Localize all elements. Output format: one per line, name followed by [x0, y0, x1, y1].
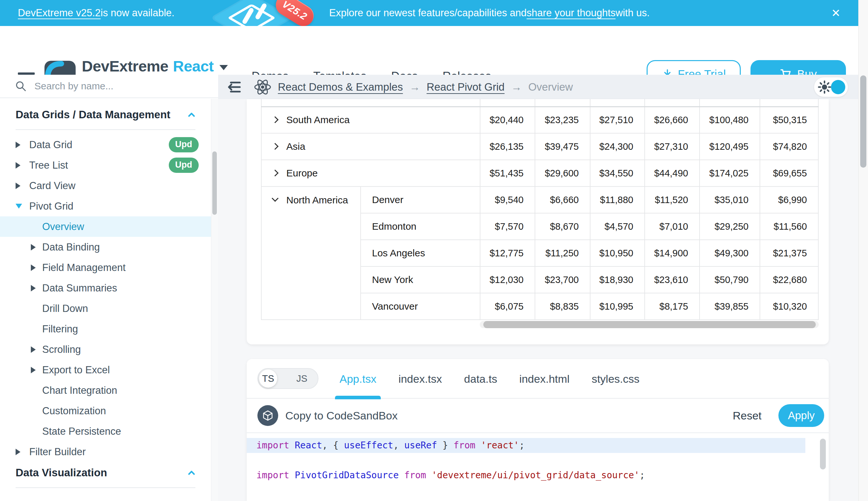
banner-announcement: DevExtreme v25.2 is now available. — [18, 0, 174, 26]
apply-button[interactable]: Apply — [778, 404, 824, 427]
codesandbox-icon[interactable] — [257, 405, 278, 426]
pivot-value-cell: $100,480 — [700, 107, 760, 133]
code-line: import React, { useEffect, useRef } from… — [247, 438, 805, 453]
sidebar-item-filtering[interactable]: Filtering — [0, 319, 211, 339]
chevron-right-icon[interactable] — [272, 116, 278, 123]
chevron-right-icon[interactable] — [272, 143, 278, 150]
code-token — [426, 470, 432, 481]
pivot-row-header-edmonton[interactable]: Edmonton — [361, 213, 480, 240]
tab-index-tsx[interactable]: index.tsx — [398, 359, 442, 399]
sidebar-item-card-view[interactable]: Card View — [0, 175, 211, 196]
sidebar-item-data-grid[interactable]: Data GridUpd — [0, 135, 211, 155]
code-tabs-row: TS JS App.tsxindex.tsxdata.tsindex.htmls… — [247, 359, 829, 399]
breadcrumb-link-pivot-grid[interactable]: React Pivot Grid — [427, 81, 504, 93]
pivot-value-cell: $69,655 — [760, 160, 818, 186]
chevron-right-icon[interactable] — [272, 170, 278, 177]
sidebar-item-drill-down[interactable]: Drill Down — [0, 298, 211, 319]
chevron-down-icon[interactable] — [272, 195, 278, 202]
sidebar-item-tree-list[interactable]: Tree ListUpd — [0, 155, 211, 175]
brand-name: DevExtreme — [82, 57, 168, 75]
sidebar-item-overview[interactable]: Overview — [0, 216, 211, 237]
pivot-value-cell: $7,010 — [645, 213, 700, 240]
pivot-value-cell: $10,320 — [760, 293, 818, 320]
pivot-row-header-new-york[interactable]: New York — [361, 266, 480, 293]
pivot-value-cell: $23,235 — [535, 107, 590, 133]
sidebar-item-label: Scrolling — [42, 344, 81, 355]
pivot-value-cell: $120,495 — [700, 133, 760, 160]
sidebar-item-customization[interactable]: Customization — [0, 401, 211, 421]
code-line: import Chart, { — [247, 498, 829, 501]
banner-announcement-text: is now available. — [101, 7, 174, 19]
sidebar-item-pivot-grid[interactable]: Pivot Grid — [0, 196, 211, 216]
language-option-ts[interactable]: TS — [259, 369, 277, 388]
pivot-value-cell: $34,550 — [590, 160, 645, 186]
copy-to-codesandbox-button[interactable]: Copy to CodeSandBox — [285, 409, 398, 422]
pivot-row-header-south-america[interactable]: South America — [261, 107, 480, 133]
sidebar-scrollbar-thumb[interactable] — [212, 151, 217, 215]
pivot-value-cell: $11,560 — [760, 213, 818, 240]
row-label: North America — [286, 195, 348, 205]
breadcrumb-bar: React Demos & Examples → React Pivot Gri… — [218, 75, 868, 99]
code-token: , — [393, 440, 404, 451]
sidebar-item-label: Pivot Grid — [29, 201, 73, 212]
sidebar-item-label: Data Summaries — [42, 283, 117, 294]
pivot-value-cell: $50,790 — [700, 266, 760, 293]
triangle-down-icon — [15, 204, 29, 209]
reset-button[interactable]: Reset — [733, 409, 761, 422]
language-toggle[interactable]: TS JS — [257, 368, 318, 389]
code-token: useRef — [404, 440, 437, 451]
tab-styles-css[interactable]: styles.css — [592, 359, 639, 399]
pivot-row-header-north-america[interactable]: North America — [261, 186, 361, 320]
pivot-value-cell: $10,950 — [590, 240, 645, 266]
tab-app-tsx[interactable]: App.tsx — [340, 359, 376, 399]
code-token: ; — [639, 470, 645, 481]
pivot-row-header-europe[interactable]: Europe — [261, 160, 480, 186]
sidebar-section-data-visualization[interactable]: Data Visualization — [0, 462, 211, 483]
page-scrollbar-thumb[interactable] — [860, 75, 866, 168]
pivot-row-header-los-angeles[interactable]: Los Angeles — [361, 240, 480, 266]
pivot-horizontal-scrollbar-thumb[interactable] — [483, 321, 816, 328]
updated-badge: Upd — [169, 158, 199, 173]
sidebar-item-export-to-excel[interactable]: Export to Excel — [0, 360, 211, 380]
version-link[interactable]: DevExtreme v25.2 — [18, 7, 101, 19]
framework-selector[interactable]: React — [173, 57, 214, 75]
sidebar-item-data-summaries[interactable]: Data Summaries — [0, 278, 211, 298]
sidebar-item-filter-builder[interactable]: Filter Builder — [0, 441, 211, 462]
pivot-row-header-denver[interactable]: Denver — [361, 186, 480, 213]
search-input[interactable] — [34, 81, 177, 92]
pivot-value-cell: $44,490 — [645, 160, 700, 186]
brand-title[interactable]: DevExtremeReact — [82, 57, 228, 75]
updated-badge: Upd — [169, 137, 199, 152]
breadcrumb-separator: → — [409, 81, 420, 93]
sidebar-item-chart-integration[interactable]: Chart Integration — [0, 380, 211, 401]
sidebar-section-data-grids-data-management[interactable]: Data Grids / Data Management — [0, 104, 211, 125]
sidebar-item-scrolling[interactable]: Scrolling — [0, 339, 211, 360]
breadcrumb-link-demos[interactable]: React Demos & Examples — [278, 81, 403, 93]
sidebar-item-data-binding[interactable]: Data Binding — [0, 237, 211, 257]
sidebar-item-state-persistence[interactable]: State Persistence — [0, 421, 211, 441]
code-token — [475, 440, 481, 451]
pivot-value-cell: $6,075 — [480, 293, 535, 320]
triangle-right-icon — [31, 347, 42, 353]
code-line: import PivotGridDataSource from 'devextr… — [247, 468, 829, 483]
tab-data-ts[interactable]: data.ts — [464, 359, 497, 399]
share-thoughts-link[interactable]: share your thoughts — [527, 7, 615, 19]
code-token: 'devextreme/ui/pivot_grid/data_source' — [431, 470, 639, 481]
pivot-value-cell: $14,900 — [645, 240, 700, 266]
sidebar-item-field-management[interactable]: Field Management — [0, 257, 211, 278]
search-icon — [15, 80, 26, 92]
sidebar-item-label: Customization — [42, 405, 106, 417]
sidebar-section-label: Data Visualization — [15, 467, 189, 479]
collapse-sidebar-icon[interactable] — [226, 79, 242, 95]
pivot-row-header-vancouver[interactable]: Vancouver — [361, 293, 480, 320]
code-scrollbar-thumb[interactable] — [820, 439, 826, 469]
pivot-value-cell: $6,660 — [535, 186, 590, 213]
tab-index-html[interactable]: index.html — [519, 359, 570, 399]
pivot-header-cell — [480, 99, 535, 107]
theme-toggle[interactable] — [814, 77, 848, 97]
pivot-row-header-asia[interactable]: Asia — [261, 133, 480, 160]
code-token: , { — [322, 500, 339, 501]
close-icon[interactable]: ✕ — [826, 0, 846, 26]
react-icon — [254, 78, 271, 96]
language-option-js[interactable]: JS — [290, 369, 313, 388]
